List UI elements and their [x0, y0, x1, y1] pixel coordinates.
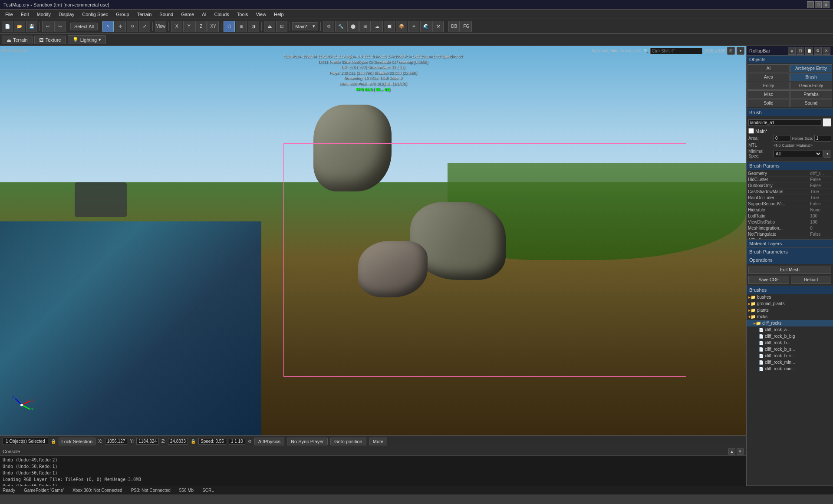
tool6[interactable]: 🔲	[384, 21, 395, 32]
no-sync-player-button[interactable]: No Sync Player	[287, 438, 328, 445]
menu-file[interactable]: File	[2, 11, 16, 18]
tree-item-rocks[interactable]: ▾📁rocks	[747, 313, 833, 320]
close-button[interactable]: ✕	[823, 1, 830, 8]
tree-item-cliff_rock_b_big[interactable]: 📄cliff_rock_b_big	[747, 333, 833, 339]
menu-view[interactable]: View	[252, 11, 270, 18]
tree-item-cliff_rock_min...[interactable]: 📄cliff_rock_min...	[747, 359, 833, 366]
tool1[interactable]: ⚙	[323, 21, 334, 32]
x-axis-button[interactable]: X	[171, 21, 182, 32]
menu-display[interactable]: Display	[55, 11, 78, 18]
rollup-icon-2[interactable]: ⊡	[797, 47, 804, 55]
menu-modify[interactable]: Modify	[33, 11, 54, 18]
minimize-button[interactable]: ─	[807, 1, 814, 8]
select-mode-button[interactable]: ↖	[102, 21, 114, 32]
view-button[interactable]: View	[155, 21, 166, 32]
reload-button[interactable]: Reload	[791, 276, 832, 284]
texture-tab[interactable]: 🖼 Texture	[34, 36, 66, 44]
minimal-spec-expand[interactable]: ▾	[823, 150, 831, 158]
tree-item-cliff_rock_b...[interactable]: 📄cliff_rock_b...	[747, 339, 833, 346]
db-button[interactable]: DB	[448, 21, 460, 32]
shading-button[interactable]: ◑	[248, 21, 259, 32]
minimal-spec-select[interactable]: All	[774, 151, 822, 157]
helper-size-input[interactable]	[814, 135, 831, 142]
archetype-entity-button[interactable]: Archetype Entity	[790, 64, 832, 72]
ai-physics-button[interactable]: AI/Physics	[254, 438, 284, 445]
menu-help[interactable]: Help	[270, 11, 287, 18]
tool4[interactable]: ⊞	[359, 21, 371, 32]
mute-button[interactable]: Mute	[369, 438, 387, 445]
wireframe-button[interactable]: ⊞	[236, 21, 247, 32]
goto-position-button[interactable]: Goto position	[330, 438, 366, 445]
fullscreen-button[interactable]: ⊞	[727, 47, 735, 55]
tool10[interactable]: ⚒	[432, 21, 444, 32]
area-input[interactable]	[774, 135, 790, 142]
tree-item-bushes[interactable]: ▸📁bushes	[747, 294, 833, 300]
tree-item-cliff_rocks[interactable]: ▸📁cliff_rocks	[747, 320, 833, 326]
new-button[interactable]: 📄	[2, 21, 13, 32]
save-cgf-button[interactable]: Save CGF	[748, 276, 789, 284]
tree-item-cliff_rock_min...[interactable]: 📄cliff_rock_min...	[747, 366, 833, 372]
y-axis-button[interactable]: Y	[183, 21, 194, 32]
fg-button[interactable]: FG	[461, 21, 472, 32]
menu-configspec[interactable]: Config Spec	[79, 11, 112, 18]
menu-group[interactable]: Group	[112, 11, 133, 18]
console-close-button[interactable]: ✕	[737, 448, 744, 455]
tool9[interactable]: 🌊	[420, 21, 431, 32]
rollup-icon-4[interactable]: ⚙	[814, 47, 822, 55]
save-button[interactable]: 💾	[26, 21, 37, 32]
tree-item-plants[interactable]: ▸📁plants	[747, 307, 833, 313]
terrain-edit-button[interactable]: ⛰	[264, 21, 275, 32]
object-sel-button[interactable]: ⊡	[276, 21, 287, 32]
tree-item-cliff_rock_b_s...[interactable]: 📄cliff_rock_b_s...	[747, 346, 833, 352]
area-button[interactable]: Area	[747, 73, 790, 81]
rollup-icon-close[interactable]: ✕	[823, 47, 830, 55]
brush-color-button[interactable]	[823, 118, 831, 127]
console-up-button[interactable]: ▲	[728, 448, 735, 455]
menu-ai[interactable]: AI	[198, 11, 210, 18]
tool5[interactable]: ☁	[372, 21, 383, 32]
rollup-icon-3[interactable]: 📋	[805, 47, 813, 55]
viewport-settings-button[interactable]: ▾	[737, 47, 744, 55]
entity-button[interactable]: Entity	[747, 82, 790, 90]
move-button[interactable]: ✛	[115, 21, 126, 32]
viewport[interactable]: Perspective By Name, Hide filtered, AND …	[0, 46, 746, 435]
open-button[interactable]: 📂	[14, 21, 25, 32]
layer-dropdown[interactable]: Main* ▾	[292, 22, 318, 30]
menu-edit[interactable]: Edit	[17, 11, 33, 18]
misc-button[interactable]: Misc	[747, 90, 790, 99]
sound-button[interactable]: Sound	[790, 99, 832, 107]
scale-button[interactable]: ⤢	[139, 21, 150, 32]
menu-sound[interactable]: Sound	[156, 11, 177, 18]
filter-input[interactable]	[650, 48, 702, 54]
undo-button[interactable]: ↩	[42, 21, 53, 32]
rollup-icon-1[interactable]: ◈	[788, 47, 796, 55]
tool8[interactable]: ☀	[408, 21, 419, 32]
terrain-tab[interactable]: ⛰ Terrain	[2, 36, 33, 44]
redo-button[interactable]: ↪	[54, 21, 66, 32]
edit-mesh-button[interactable]: Edit Mesh	[748, 266, 831, 274]
lock-selection-button[interactable]: Lock Selection	[59, 438, 96, 445]
solid-button[interactable]: Solid	[747, 99, 790, 107]
menu-tools[interactable]: Tools	[234, 11, 252, 18]
brush-main-checkbox[interactable]	[748, 128, 754, 134]
brush-obj-button[interactable]: Brush	[790, 73, 832, 81]
brush-name-input[interactable]	[748, 119, 821, 126]
rotate-button[interactable]: ↻	[127, 21, 138, 32]
tree-item-cliff_rock_b_s...[interactable]: 📄cliff_rock_b_s...	[747, 352, 833, 359]
geom-entity-button[interactable]: Geom Entity	[790, 82, 832, 90]
tree-item-ground_plants[interactable]: ▸📁ground_plants	[747, 300, 833, 307]
perspective-button[interactable]: ⬡	[224, 21, 235, 32]
menu-clouds[interactable]: Clouds	[211, 11, 233, 18]
menu-game[interactable]: Game	[178, 11, 198, 18]
tree-item-cliff_rock_a...[interactable]: 📄cliff_rock_a...	[747, 326, 833, 333]
maximize-button[interactable]: □	[815, 1, 822, 8]
tool3[interactable]: ⬤	[347, 21, 359, 32]
z-axis-button[interactable]: Z	[195, 21, 207, 32]
tool7[interactable]: 📦	[396, 21, 407, 32]
ai-button[interactable]: AI	[747, 64, 790, 72]
select-all-button[interactable]: Select All	[70, 23, 98, 30]
prefabs-button[interactable]: Prefabs	[790, 90, 832, 99]
xy-axis-button[interactable]: XY	[207, 21, 219, 32]
menu-terrain[interactable]: Terrain	[134, 11, 155, 18]
tool2[interactable]: 🔧	[335, 21, 346, 32]
